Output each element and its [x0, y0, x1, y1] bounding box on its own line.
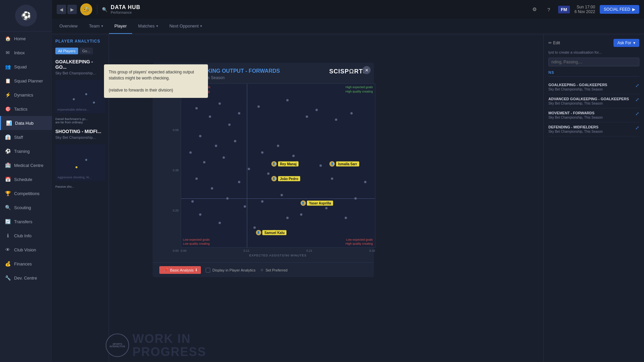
- forward-button[interactable]: ▶: [67, 5, 77, 14]
- ismaila-sarr-avatar: 👤: [329, 161, 335, 167]
- sidebar-item-dev-centre[interactable]: 🔧Dev. Centre: [0, 271, 52, 285]
- topbar-title: DATA HUB: [111, 4, 141, 10]
- display-player-analytics[interactable]: Display in Player Analytics: [206, 268, 255, 273]
- nav-arrows: ◀ ▶: [57, 5, 77, 14]
- sidebar-item-finances[interactable]: 💰Finances: [0, 257, 52, 271]
- sidebar-item-transfers[interactable]: 🔄Transfers: [0, 215, 52, 229]
- scatter-dot: [277, 145, 279, 147]
- chart-wrapper: 0.69 0.59 0.39 0.20 0.00 EXPECTED GOALS/…: [173, 83, 367, 257]
- goalkeeping-chart: Impenetrable defence...: [55, 80, 105, 113]
- tooltip-note: (relative to forwards in their division): [109, 87, 203, 93]
- sidebar-item-label: Inbox: [14, 50, 25, 55]
- tab-matches[interactable]: Matches ▾: [133, 19, 163, 34]
- sidebar-item-competitions[interactable]: 🏆Competitions: [0, 186, 52, 200]
- expand-icon[interactable]: ⤢: [635, 97, 639, 102]
- sidebar-item-label: Club Info: [14, 233, 32, 238]
- filter-all-players[interactable]: All Players: [55, 48, 78, 54]
- help-icon[interactable]: ?: [544, 5, 553, 14]
- scatter-dot: [199, 214, 202, 216]
- sidebar-item-label: Squad: [14, 64, 27, 69]
- checkbox[interactable]: [206, 268, 210, 273]
- scatter-dot: [292, 155, 294, 157]
- basic-analysis-button[interactable]: 📌 Basic Analysis ℹ: [159, 266, 201, 274]
- sidebar-item-staff[interactable]: 👔Staff: [0, 130, 52, 144]
- chevron-down-icon: ▾: [101, 24, 103, 28]
- viz-sub: Sky Bet Championship, This Season: [548, 116, 633, 119]
- sidebar-item-scouting[interactable]: 🔍Scouting: [0, 200, 52, 215]
- competitions-icon: 🏆: [5, 190, 11, 196]
- sidebar-item-dynamics[interactable]: ⚡Dynamics: [0, 88, 52, 102]
- staff-icon: 👔: [5, 134, 11, 140]
- wip-text: WORK INPROGRESS: [132, 332, 206, 359]
- expand-icon[interactable]: ⤢: [635, 125, 639, 130]
- sidebar-item-inbox[interactable]: ✉Inbox: [0, 46, 52, 60]
- topbar-right: ⚙ ? FM Sun 17:006 Nov 2022 SOCIAL FEED ▶: [530, 5, 639, 14]
- sidebar-item-schedule[interactable]: 📅Schedule: [0, 172, 52, 186]
- filter-go[interactable]: Go...: [79, 48, 93, 54]
- scatter-dot: [199, 135, 202, 137]
- tab-team[interactable]: Team ▾: [84, 19, 108, 34]
- scatter-dot: [331, 178, 333, 180]
- modal-footer: 📌 Basic Analysis ℹ Display in Player Ana…: [153, 262, 374, 277]
- scatter-dot: [354, 197, 357, 199]
- expand-icon[interactable]: ⤢: [635, 111, 639, 116]
- sidebar-item-squad[interactable]: 👥Squad: [0, 60, 52, 74]
- sidebar-item-label: Training: [14, 149, 30, 154]
- sidebar-item-label: Schedule: [14, 177, 32, 182]
- back-button[interactable]: ◀: [57, 5, 66, 14]
- vertical-divider: [247, 84, 247, 247]
- q-label-top-right: High expected goalsHigh quality creating: [345, 85, 373, 94]
- horizontal-divider: [181, 198, 375, 199]
- scisports-logo: SCISPΩRTS: [329, 68, 367, 75]
- training-icon: ⚽: [5, 148, 11, 154]
- shooting-label: Aggressive shooting, W...: [55, 174, 105, 181]
- viz-item-3[interactable]: DEFENDING - MIDFIELDERS Sky Bet Champion…: [548, 122, 639, 136]
- close-button[interactable]: ✕: [363, 66, 371, 74]
- club-vision-icon: 👁: [5, 247, 11, 253]
- joao-pedro-label: João Pedro: [278, 176, 300, 181]
- tab-player[interactable]: Player: [109, 19, 132, 34]
- inbox-icon: ✉: [5, 50, 11, 56]
- scatter-dot: [219, 222, 221, 224]
- viz-item-text: GOALKEEPING - GOALKEEPERS Sky Bet Champi…: [548, 83, 633, 91]
- sidebar-item-tactics[interactable]: 🎯Tactics: [0, 102, 52, 116]
- scatter-dot: [319, 165, 322, 167]
- sidebar-item-club-info[interactable]: ℹClub Info: [0, 229, 52, 243]
- main-content: ◀ ▶ 🐝 🔍 DATA HUB Performance ⚙ ? FM Sun …: [52, 0, 644, 362]
- section-goalkeeping-title: GOALKEEPING - GO...: [55, 59, 105, 70]
- sidebar-item-home[interactable]: 🏠Home: [0, 32, 52, 46]
- sidebar-item-squad-planner[interactable]: 📋Squad Planner: [0, 74, 52, 88]
- chart-col: EXPECTED GOALS/90 MINUTES High: [181, 83, 375, 257]
- finances-icon: 💰: [5, 261, 11, 267]
- filter-input[interactable]: [548, 58, 639, 66]
- scatter-dot: [226, 197, 229, 199]
- scatter-dot: [306, 115, 308, 118]
- set-preferred-button[interactable]: ☆ Set Preferred: [260, 268, 287, 272]
- tooltip-popup: This group of players' expected attackin…: [104, 64, 208, 98]
- edit-button[interactable]: ✏ Edit: [548, 41, 560, 45]
- viz-item-1[interactable]: ADVANCED GOALKEEPING - GOALKEEPERS Sky B…: [548, 94, 639, 108]
- settings-icon[interactable]: ⚙: [530, 5, 539, 14]
- scatter-dot: [195, 107, 198, 110]
- viz-item-text: MOVEMENT - FORWARDS Sky Bet Championship…: [548, 111, 633, 119]
- set-preferred-label: Set Preferred: [266, 268, 287, 272]
- social-feed-button[interactable]: SOCIAL FEED ▶: [600, 5, 639, 14]
- sidebar-item-medical-centre[interactable]: 🏥Medical Centre: [0, 158, 52, 172]
- ask-for-button[interactable]: Ask For ▾: [613, 39, 639, 47]
- x-tick-032: 0.32: [369, 249, 375, 252]
- viz-item-0[interactable]: GOALKEEPING - GOALKEEPERS Sky Bet Champi…: [548, 80, 639, 94]
- viz-item-2[interactable]: MOVEMENT - FORWARDS Sky Bet Championship…: [548, 108, 639, 122]
- chart-dot-highlight: [75, 166, 77, 168]
- tab-overview[interactable]: Overview: [54, 19, 83, 34]
- sidebar-item-data-hub[interactable]: 📊Data Hub: [0, 116, 52, 130]
- x-axis-ticks: 0.00 0.11 0.21 0.32: [181, 248, 375, 252]
- basic-analysis-label: Basic Analysis: [170, 268, 194, 272]
- chart-dot: [85, 93, 87, 95]
- search-icon[interactable]: 🔍: [102, 7, 107, 12]
- divider: [97, 4, 97, 14]
- sidebar-item-club-vision[interactable]: 👁Club Vision: [0, 243, 52, 257]
- tab-next-opponent[interactable]: Next Opponent ▾: [164, 19, 207, 34]
- scatter-dot: [234, 140, 236, 142]
- sidebar-item-training[interactable]: ⚽Training: [0, 144, 52, 158]
- expand-icon[interactable]: ⤢: [635, 83, 639, 88]
